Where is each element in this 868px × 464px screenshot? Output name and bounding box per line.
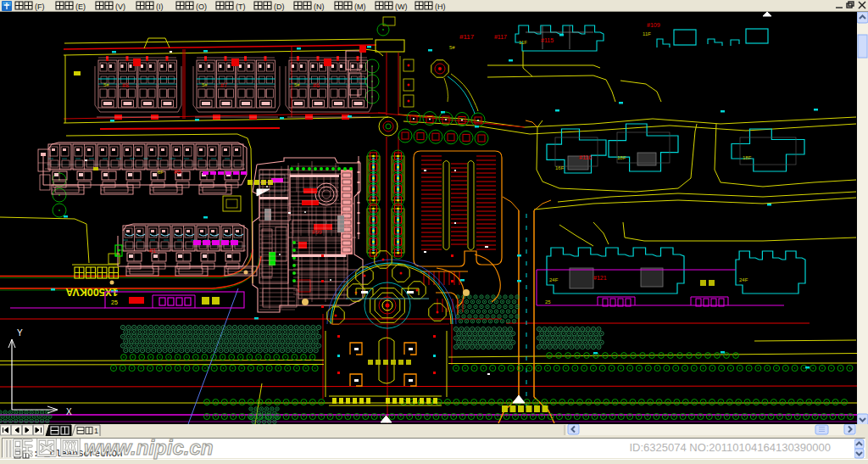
svg-text:#117: #117 (459, 33, 475, 41)
svg-text:(V): (V) (115, 3, 125, 11)
svg-text:24F: 24F (739, 277, 748, 282)
svg-text:(N): (N) (314, 3, 325, 11)
svg-text:#121: #121 (593, 275, 607, 281)
svg-text:(I): (I) (156, 3, 164, 11)
svg-text:5#: 5# (294, 82, 300, 87)
svg-text:25: 25 (545, 299, 551, 305)
svg-text:18F: 18F (617, 155, 626, 160)
svg-text:#8: #8 (122, 82, 129, 88)
svg-text:1: 1 (94, 427, 98, 435)
svg-text:#99: #99 (312, 229, 322, 235)
svg-text:(W): (W) (395, 3, 408, 11)
svg-text:18F: 18F (743, 155, 752, 160)
svg-text:#5: #5 (174, 168, 181, 176)
svg-text:25: 25 (111, 299, 118, 305)
svg-text:#7: #7 (220, 82, 227, 88)
svg-text:(E): (E) (75, 3, 86, 11)
svg-text:11F: 11F (643, 31, 651, 36)
svg-text:5#: 5# (202, 82, 208, 87)
svg-text:#116: #116 (579, 154, 592, 160)
svg-text:5#: 5# (449, 45, 455, 50)
svg-text:#117: #117 (494, 34, 507, 40)
svg-text:5#: 5# (103, 82, 109, 87)
svg-text:(T): (T) (236, 3, 246, 11)
svg-text:(O): (O) (196, 3, 207, 11)
svg-text:(M): (M) (354, 3, 366, 11)
svg-text:#6: #6 (313, 82, 320, 88)
svg-text:(H): (H) (435, 3, 446, 11)
svg-text:Y: Y (17, 328, 23, 338)
svg-text:11F: 11F (519, 40, 527, 45)
svg-text:#109: #109 (647, 22, 660, 28)
svg-text:#115: #115 (541, 37, 554, 43)
svg-text:(F): (F) (35, 3, 45, 11)
svg-text:16F: 16F (555, 165, 565, 171)
svg-text:X: X (66, 407, 72, 416)
svg-text:#1: #1 (149, 248, 156, 254)
svg-text:(D): (D) (274, 3, 285, 11)
svg-text:6F: 6F (158, 170, 164, 175)
svg-text:24F: 24F (549, 277, 559, 282)
